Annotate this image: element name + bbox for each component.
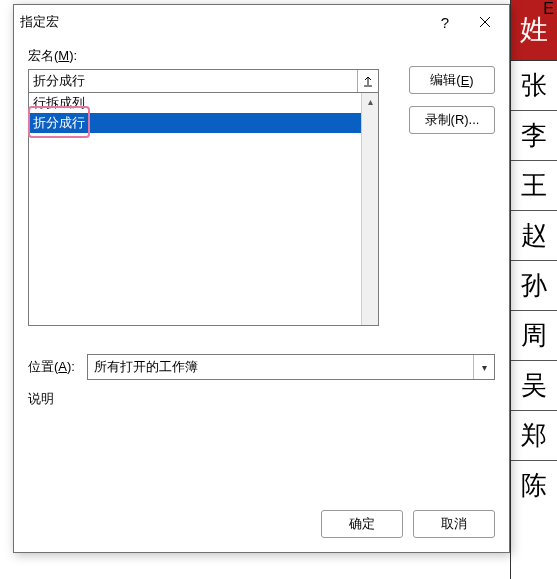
arrow-up-icon: [362, 75, 374, 87]
close-button[interactable]: [465, 8, 505, 36]
sheet-cell[interactable]: 周: [511, 311, 557, 361]
scroll-up-icon[interactable]: ▴: [362, 93, 378, 109]
chevron-down-icon[interactable]: ▾: [473, 355, 494, 379]
dialog-title: 指定宏: [20, 13, 425, 31]
collapse-button[interactable]: [357, 70, 378, 92]
sheet-cell[interactable]: 郑: [511, 411, 557, 461]
description-label: 说明: [28, 390, 495, 408]
list-item[interactable]: 行拆成列: [29, 93, 361, 113]
cancel-button[interactable]: 取消: [413, 510, 495, 538]
location-label: 位置(A):: [28, 358, 75, 376]
macro-name-input-wrap: [28, 69, 379, 93]
sheet-cell[interactable]: 孙: [511, 261, 557, 311]
location-combobox[interactable]: 所有打开的工作簿 ▾: [87, 354, 495, 380]
sheet-cell[interactable]: 陈: [511, 461, 557, 510]
help-button[interactable]: ?: [425, 8, 465, 36]
close-icon: [479, 16, 491, 28]
sheet-cell[interactable]: 吴: [511, 361, 557, 411]
titlebar: 指定宏 ?: [14, 5, 509, 39]
assign-macro-dialog: 指定宏 ? 宏名(M):: [13, 4, 510, 553]
spreadsheet-column: E 姓 张 李 王 赵 孙 周 吴 郑 陈: [510, 0, 557, 579]
macro-name-input[interactable]: [29, 70, 357, 92]
col-letter: E: [543, 0, 554, 18]
location-value: 所有打开的工作簿: [88, 358, 473, 376]
sheet-cell[interactable]: 李: [511, 111, 557, 161]
list-item[interactable]: 折分成行: [29, 113, 361, 133]
scrollbar[interactable]: ▴: [361, 93, 378, 325]
dialog-footer: 确定 取消: [14, 500, 509, 552]
macro-listbox[interactable]: 行拆成列 折分成行 ▴: [28, 92, 379, 326]
record-button[interactable]: 录制(R)...: [409, 106, 495, 134]
ok-button[interactable]: 确定: [321, 510, 403, 538]
edit-button[interactable]: 编辑(E): [409, 66, 495, 94]
sheet-cell[interactable]: 张: [511, 61, 557, 111]
macro-name-label: 宏名(M):: [28, 47, 379, 65]
sheet-cell[interactable]: 王: [511, 161, 557, 211]
sheet-cell[interactable]: 赵: [511, 211, 557, 261]
